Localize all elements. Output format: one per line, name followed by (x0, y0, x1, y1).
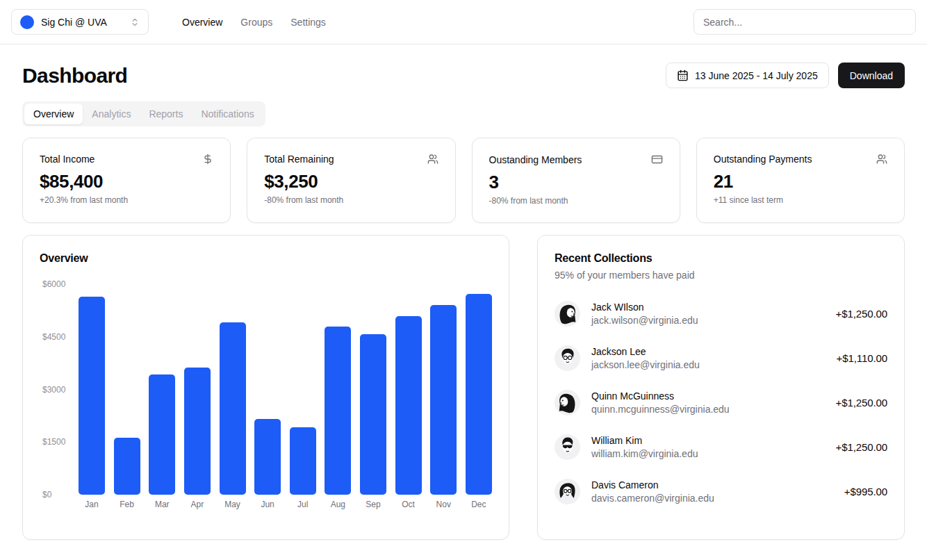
tab-analytics[interactable]: Analytics (83, 104, 140, 124)
top-bar: Sig Chi @ UVA Overview Groups Settings (0, 0, 927, 44)
chart-bar (79, 297, 105, 495)
stat-subtext: +20.3% from last month (40, 195, 213, 205)
date-range-label: 13 June 2025 - 14 July 2025 (695, 70, 818, 81)
y-tick: $4500 (42, 332, 65, 342)
collections-list: Jack WIlson jack.wilson@virginia.edu +$1… (555, 301, 887, 504)
tab-overview[interactable]: Overview (24, 104, 83, 124)
y-tick: $0 (42, 490, 51, 500)
overview-chart-card: Overview $6000 $4500 $3000 $1500 $0 (22, 235, 509, 540)
stat-card-oustanding-members: Oustanding Members 3 -80% from last mont… (472, 138, 680, 223)
x-tick: Aug (325, 500, 351, 509)
main-nav: Overview Groups Settings (182, 17, 326, 28)
users-icon (876, 154, 887, 165)
x-tick: Feb (114, 500, 140, 509)
chart-x-axis: Jan Feb Mar Apr May Jun Jul Aug Sep Oct … (79, 500, 492, 509)
avatar (555, 345, 580, 371)
list-item: Quinn McGuinness quinn.mcguinness@virgin… (555, 390, 887, 415)
avatar (555, 301, 580, 327)
member-name: Jack WIlson (591, 302, 698, 313)
x-tick: Jun (254, 500, 281, 509)
chart-bar (114, 438, 140, 495)
x-tick: Dec (466, 500, 492, 509)
x-tick: Apr (184, 500, 211, 509)
tab-reports[interactable]: Reports (140, 104, 192, 124)
stat-subtext: -80% from last month (489, 196, 663, 206)
stat-card-total-remaining: Total Remaining $3,250 -80% from last mo… (247, 138, 455, 223)
stat-title: Total Remaining (264, 154, 334, 165)
stat-title: Total Income (40, 154, 95, 165)
chart-y-axis: $6000 $4500 $3000 $1500 $0 (42, 284, 77, 495)
bar-chart: $6000 $4500 $3000 $1500 $0 (40, 284, 492, 509)
chart-bar (184, 368, 211, 495)
chart-bar (430, 305, 457, 495)
x-tick: Oct (395, 500, 422, 509)
stat-cards: Total Income $85,400 +20.3% from last mo… (22, 138, 905, 223)
payment-amount: +$1,250.00 (836, 397, 888, 409)
payment-amount: +$1,110.00 (837, 352, 887, 364)
member-email: jack.wilson@virginia.edu (591, 315, 698, 326)
recent-collections-card: Recent Collections 95% of your members h… (537, 235, 905, 540)
list-item: Davis Cameron davis.cameron@virginia.edu… (555, 479, 887, 504)
calendar-icon (677, 69, 689, 81)
x-tick: Mar (149, 500, 175, 509)
member-email: jackson.lee@virginia.edu (591, 359, 700, 370)
x-tick: Nov (430, 500, 457, 509)
chart-bar (290, 427, 316, 495)
list-item: Jackson Lee jackson.lee@virginia.edu +$1… (555, 345, 887, 371)
stat-title: Outstanding Payments (714, 154, 812, 165)
y-tick: $3000 (42, 385, 65, 395)
nav-overview[interactable]: Overview (182, 17, 222, 28)
chart-bar (254, 419, 281, 495)
credit-card-icon (651, 154, 663, 165)
stat-card-total-income: Total Income $85,400 +20.3% from last mo… (22, 138, 231, 223)
dashboard-tabs: Overview Analytics Reports Notifications (22, 101, 265, 126)
member-name: Quinn McGuinness (591, 390, 730, 402)
dollar-sign-icon (202, 154, 213, 165)
search-input[interactable] (694, 9, 916, 35)
chart-plot-area (79, 284, 492, 495)
stat-value: $85,400 (40, 171, 213, 192)
payment-amount: +$1,250.00 (836, 308, 888, 320)
users-icon (427, 154, 438, 165)
chevrons-up-down-icon (130, 17, 140, 27)
stat-subtext: -80% from last month (264, 195, 438, 205)
stat-title: Oustanding Members (489, 154, 582, 165)
stat-value: 3 (489, 172, 663, 193)
stat-subtext: +11 since last term (714, 195, 887, 205)
stat-card-outstanding-payments: Outstanding Payments 21 +11 since last t… (696, 138, 905, 223)
chart-bar (360, 334, 386, 495)
download-button[interactable]: Download (838, 63, 905, 88)
x-tick: Sep (360, 500, 386, 509)
team-avatar (20, 15, 34, 29)
list-item: William Kim william.kim@virginia.edu +$1… (555, 434, 887, 460)
nav-settings[interactable]: Settings (290, 17, 326, 28)
member-email: quinn.mcguinness@virginia.edu (591, 404, 730, 415)
dashboard-content: Dashboard 13 June 2025 - 14 July 2025 Do… (0, 44, 927, 540)
member-email: william.kim@virginia.edu (591, 448, 698, 459)
avatar (555, 434, 580, 460)
x-tick: Jul (290, 500, 316, 509)
avatar (555, 479, 580, 504)
member-name: William Kim (591, 435, 698, 446)
x-tick: Jan (79, 500, 105, 509)
date-range-picker[interactable]: 13 June 2025 - 14 July 2025 (666, 63, 829, 88)
team-name: Sig Chi @ UVA (41, 17, 123, 28)
payment-amount: +$1,250.00 (836, 441, 888, 453)
tab-notifications[interactable]: Notifications (192, 104, 263, 124)
collections-subtitle: 95% of your members have paid (555, 270, 887, 281)
nav-groups[interactable]: Groups (240, 17, 272, 28)
member-email: davis.cameron@virginia.edu (591, 493, 714, 504)
chart-bar (220, 322, 246, 495)
member-name: Jackson Lee (591, 346, 700, 357)
chart-bar (325, 327, 351, 495)
y-tick: $6000 (42, 279, 65, 289)
avatar (555, 390, 580, 415)
chart-title: Overview (40, 252, 492, 265)
team-switcher[interactable]: Sig Chi @ UVA (11, 9, 149, 35)
stat-value: $3,250 (264, 171, 438, 192)
y-tick: $1500 (42, 437, 65, 447)
chart-bar (466, 294, 492, 495)
page-title: Dashboard (22, 64, 127, 88)
payment-amount: +$995.00 (844, 486, 887, 497)
stat-value: 21 (714, 171, 887, 192)
